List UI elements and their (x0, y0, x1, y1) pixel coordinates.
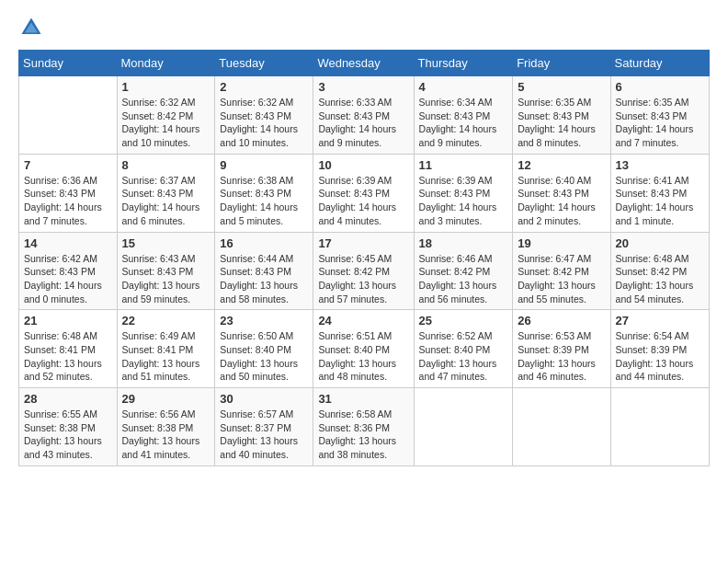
calendar-cell (414, 388, 513, 466)
weekday-header-monday: Monday (117, 51, 215, 76)
day-number: 2 (220, 80, 308, 94)
day-info: Sunrise: 6:42 AM Sunset: 8:43 PM Dayligh… (24, 252, 112, 306)
calendar-cell: 15Sunrise: 6:43 AM Sunset: 8:43 PM Dayli… (117, 232, 215, 310)
day-info: Sunrise: 6:48 AM Sunset: 8:42 PM Dayligh… (616, 252, 704, 306)
day-number: 18 (419, 236, 508, 250)
weekday-header-sunday: Sunday (19, 51, 118, 76)
day-info: Sunrise: 6:44 AM Sunset: 8:43 PM Dayligh… (220, 252, 308, 306)
calendar-cell: 1Sunrise: 6:32 AM Sunset: 8:42 PM Daylig… (117, 76, 215, 155)
calendar-cell: 28Sunrise: 6:55 AM Sunset: 8:38 PM Dayli… (19, 388, 118, 466)
logo (18, 15, 48, 40)
day-info: Sunrise: 6:52 AM Sunset: 8:40 PM Dayligh… (419, 329, 508, 384)
day-info: Sunrise: 6:49 AM Sunset: 8:41 PM Dayligh… (122, 329, 210, 384)
calendar-cell: 6Sunrise: 6:35 AM Sunset: 8:43 PM Daylig… (610, 76, 709, 155)
calendar-cell: 30Sunrise: 6:57 AM Sunset: 8:37 PM Dayli… (215, 388, 313, 466)
day-info: Sunrise: 6:55 AM Sunset: 8:38 PM Dayligh… (24, 408, 112, 462)
calendar-cell: 3Sunrise: 6:33 AM Sunset: 8:43 PM Daylig… (313, 76, 414, 155)
day-number: 17 (318, 236, 408, 250)
calendar-cell: 4Sunrise: 6:34 AM Sunset: 8:43 PM Daylig… (414, 76, 513, 155)
calendar-table: SundayMondayTuesdayWednesdayThursdayFrid… (18, 50, 710, 466)
day-number: 21 (24, 314, 112, 327)
calendar-cell: 20Sunrise: 6:48 AM Sunset: 8:42 PM Dayli… (610, 232, 709, 310)
day-info: Sunrise: 6:54 AM Sunset: 8:39 PM Dayligh… (616, 329, 704, 384)
day-info: Sunrise: 6:40 AM Sunset: 8:43 PM Dayligh… (518, 174, 605, 228)
calendar-week-row: 28Sunrise: 6:55 AM Sunset: 8:38 PM Dayli… (19, 388, 710, 466)
day-number: 12 (518, 158, 605, 172)
day-number: 4 (419, 80, 508, 94)
day-info: Sunrise: 6:35 AM Sunset: 8:43 PM Dayligh… (518, 96, 605, 150)
calendar-cell: 25Sunrise: 6:52 AM Sunset: 8:40 PM Dayli… (414, 310, 513, 388)
day-number: 16 (220, 236, 308, 250)
calendar-week-row: 14Sunrise: 6:42 AM Sunset: 8:43 PM Dayli… (19, 232, 710, 310)
calendar-cell: 14Sunrise: 6:42 AM Sunset: 8:43 PM Dayli… (19, 232, 118, 310)
day-info: Sunrise: 6:34 AM Sunset: 8:43 PM Dayligh… (419, 96, 508, 150)
calendar-cell: 23Sunrise: 6:50 AM Sunset: 8:40 PM Dayli… (215, 310, 313, 388)
day-number: 25 (419, 314, 508, 327)
calendar-cell: 7Sunrise: 6:36 AM Sunset: 8:43 PM Daylig… (19, 154, 118, 232)
day-number: 20 (616, 236, 704, 250)
day-info: Sunrise: 6:32 AM Sunset: 8:42 PM Dayligh… (122, 96, 210, 150)
calendar-cell: 11Sunrise: 6:39 AM Sunset: 8:43 PM Dayli… (414, 154, 513, 232)
calendar-cell: 9Sunrise: 6:38 AM Sunset: 8:43 PM Daylig… (215, 154, 313, 232)
header (18, 15, 710, 40)
calendar-cell (19, 76, 118, 155)
day-number: 30 (220, 392, 308, 406)
calendar-cell: 12Sunrise: 6:40 AM Sunset: 8:43 PM Dayli… (513, 154, 610, 232)
day-info: Sunrise: 6:39 AM Sunset: 8:43 PM Dayligh… (318, 174, 408, 228)
calendar-cell: 18Sunrise: 6:46 AM Sunset: 8:42 PM Dayli… (414, 232, 513, 310)
day-number: 31 (318, 392, 408, 406)
day-info: Sunrise: 6:48 AM Sunset: 8:41 PM Dayligh… (24, 329, 112, 384)
day-number: 10 (318, 158, 408, 172)
day-info: Sunrise: 6:39 AM Sunset: 8:43 PM Dayligh… (419, 174, 508, 228)
calendar-cell: 21Sunrise: 6:48 AM Sunset: 8:41 PM Dayli… (19, 310, 118, 388)
day-number: 28 (24, 392, 112, 406)
day-number: 29 (122, 392, 210, 406)
weekday-header-wednesday: Wednesday (313, 51, 414, 76)
day-info: Sunrise: 6:50 AM Sunset: 8:40 PM Dayligh… (220, 329, 308, 384)
day-number: 11 (419, 158, 508, 172)
calendar-week-row: 1Sunrise: 6:32 AM Sunset: 8:42 PM Daylig… (19, 76, 710, 155)
day-info: Sunrise: 6:45 AM Sunset: 8:42 PM Dayligh… (318, 252, 408, 306)
calendar-cell: 10Sunrise: 6:39 AM Sunset: 8:43 PM Dayli… (313, 154, 414, 232)
day-number: 13 (616, 158, 704, 172)
day-info: Sunrise: 6:38 AM Sunset: 8:43 PM Dayligh… (220, 174, 308, 228)
day-info: Sunrise: 6:46 AM Sunset: 8:42 PM Dayligh… (419, 252, 508, 306)
day-number: 27 (616, 314, 704, 327)
calendar-cell: 8Sunrise: 6:37 AM Sunset: 8:43 PM Daylig… (117, 154, 215, 232)
day-info: Sunrise: 6:47 AM Sunset: 8:42 PM Dayligh… (518, 252, 605, 306)
calendar-cell: 13Sunrise: 6:41 AM Sunset: 8:43 PM Dayli… (610, 154, 709, 232)
weekday-header-tuesday: Tuesday (215, 51, 313, 76)
calendar-cell: 24Sunrise: 6:51 AM Sunset: 8:40 PM Dayli… (313, 310, 414, 388)
calendar-cell: 29Sunrise: 6:56 AM Sunset: 8:38 PM Dayli… (117, 388, 215, 466)
calendar-cell (513, 388, 610, 466)
day-number: 14 (24, 236, 112, 250)
calendar-cell: 17Sunrise: 6:45 AM Sunset: 8:42 PM Dayli… (313, 232, 414, 310)
calendar-cell: 19Sunrise: 6:47 AM Sunset: 8:42 PM Dayli… (513, 232, 610, 310)
calendar-cell: 31Sunrise: 6:58 AM Sunset: 8:36 PM Dayli… (313, 388, 414, 466)
calendar-cell: 5Sunrise: 6:35 AM Sunset: 8:43 PM Daylig… (513, 76, 610, 155)
day-number: 23 (220, 314, 308, 327)
day-number: 7 (24, 158, 112, 172)
logo-icon (18, 15, 44, 40)
weekday-header-row: SundayMondayTuesdayWednesdayThursdayFrid… (19, 51, 710, 76)
day-number: 8 (122, 158, 210, 172)
calendar-cell: 22Sunrise: 6:49 AM Sunset: 8:41 PM Dayli… (117, 310, 215, 388)
day-number: 24 (318, 314, 408, 327)
day-number: 22 (122, 314, 210, 327)
page: SundayMondayTuesdayWednesdayThursdayFrid… (0, 0, 728, 563)
day-number: 1 (122, 80, 210, 94)
day-number: 19 (518, 236, 605, 250)
day-info: Sunrise: 6:37 AM Sunset: 8:43 PM Dayligh… (122, 174, 210, 228)
day-number: 5 (518, 80, 605, 94)
day-info: Sunrise: 6:57 AM Sunset: 8:37 PM Dayligh… (220, 408, 308, 462)
day-info: Sunrise: 6:33 AM Sunset: 8:43 PM Dayligh… (318, 96, 408, 150)
day-number: 26 (518, 314, 605, 327)
calendar-week-row: 21Sunrise: 6:48 AM Sunset: 8:41 PM Dayli… (19, 310, 710, 388)
weekday-header-saturday: Saturday (610, 51, 709, 76)
weekday-header-friday: Friday (513, 51, 610, 76)
calendar-cell (610, 388, 709, 466)
day-number: 9 (220, 158, 308, 172)
calendar-cell: 26Sunrise: 6:53 AM Sunset: 8:39 PM Dayli… (513, 310, 610, 388)
weekday-header-thursday: Thursday (414, 51, 513, 76)
day-info: Sunrise: 6:41 AM Sunset: 8:43 PM Dayligh… (616, 174, 704, 228)
